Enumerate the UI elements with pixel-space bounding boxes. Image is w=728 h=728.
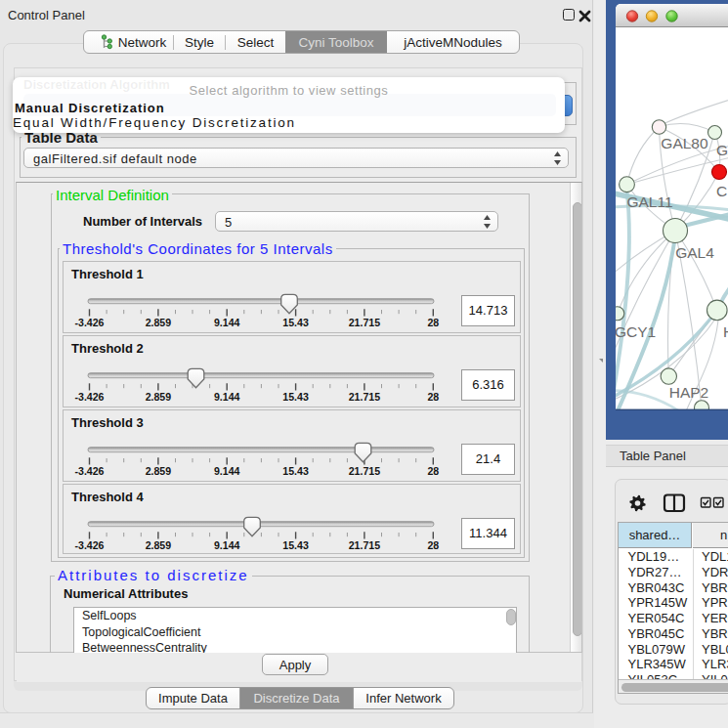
svg-text:15.43: 15.43 — [282, 317, 309, 328]
svg-text:HIS: HIS — [723, 323, 728, 340]
svg-text:21.715: 21.715 — [349, 391, 381, 403]
svg-text:2.859: 2.859 — [146, 465, 172, 477]
svg-text:28: 28 — [427, 391, 439, 403]
svg-text:HAP2: HAP2 — [669, 384, 709, 401]
svg-text:GA: GA — [716, 142, 728, 158]
svg-text:GAL11: GAL11 — [626, 193, 672, 210]
svg-text:21.715: 21.715 — [349, 465, 381, 477]
svg-text:9.144: 9.144 — [214, 539, 240, 551]
svg-text:9.144: 9.144 — [214, 391, 240, 403]
svg-text:C: C — [716, 183, 727, 199]
svg-text:28: 28 — [427, 317, 439, 328]
svg-text:GAL4: GAL4 — [675, 244, 714, 261]
svg-text:28: 28 — [427, 465, 439, 477]
svg-text:2.859: 2.859 — [146, 317, 172, 328]
svg-text:15.43: 15.43 — [282, 465, 309, 477]
svg-text:21.715: 21.715 — [349, 317, 381, 328]
svg-text:GAL80: GAL80 — [661, 135, 708, 151]
svg-text:GCY1: GCY1 — [616, 323, 656, 340]
svg-text:-3.426: -3.426 — [74, 317, 104, 328]
svg-text:-3.426: -3.426 — [74, 391, 104, 403]
svg-text:2.859: 2.859 — [146, 539, 172, 551]
svg-text:-3.426: -3.426 — [74, 539, 104, 551]
svg-text:15.43: 15.43 — [282, 539, 309, 551]
svg-text:28: 28 — [427, 539, 439, 551]
svg-text:9.144: 9.144 — [214, 465, 240, 477]
svg-text:21.715: 21.715 — [349, 539, 381, 551]
svg-text:15.43: 15.43 — [282, 391, 309, 403]
svg-text:2.859: 2.859 — [146, 391, 172, 403]
svg-text:9.144: 9.144 — [214, 317, 240, 328]
svg-text:-3.426: -3.426 — [74, 465, 104, 477]
